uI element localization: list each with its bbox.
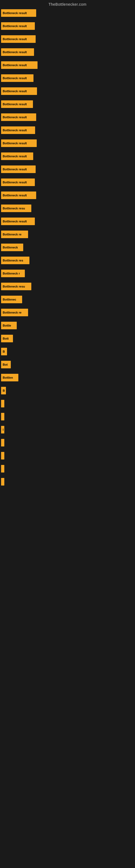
bar-row-16: Bottleneck resu [0,203,135,214]
bottleneck-bar-6[interactable]: Bottleneck result [1,74,34,82]
bottleneck-bar-26[interactable]: Bott [1,335,13,342]
bar-label-7: Bottleneck result [3,90,27,93]
bottleneck-bar-1[interactable]: Bottleneck result [1,9,36,17]
bar-label-21: Bottleneck r [3,272,20,275]
bar-row-15: Bottleneck result [0,190,135,201]
bottleneck-bar-7[interactable]: Bottleneck result [1,87,37,95]
site-title: TheBottlenecker.com [0,0,135,8]
bottleneck-bar-30[interactable]: B [1,387,6,394]
bottleneck-bar-2[interactable]: Bottleneck result [1,22,35,30]
bar-row-24: Bottleneck re [0,307,135,318]
bar-row-28: Bot [0,359,135,370]
bottleneck-bar-16[interactable]: Bottleneck resu [1,205,31,212]
bottleneck-bar-15[interactable]: Bottleneck result [1,191,36,199]
bar-row-31 [0,398,135,409]
bar-row-4: Bottleneck result [0,46,135,58]
bar-label-9: Bottleneck result [3,116,27,119]
bottleneck-bar-10[interactable]: Bottleneck result [1,126,35,134]
bar-label-30: B [3,389,5,392]
bottleneck-bar-25[interactable]: Bottle [1,322,17,329]
bar-row-14: Bottleneck result [0,177,135,188]
bottleneck-bar-22[interactable]: Bottleneck resu [1,283,31,290]
bar-label-18: Bottleneck re [3,233,21,236]
bar-label-1: Bottleneck result [3,11,27,14]
bottleneck-bar-34[interactable] [1,439,4,446]
bar-row-29: Bottlen [0,372,135,383]
bar-row-6: Bottleneck result [0,73,135,84]
bar-label-6: Bottleneck result [3,76,27,80]
bottleneck-bar-4[interactable]: Bottleneck result [1,48,34,56]
bar-label-11: Bottleneck result [3,142,27,145]
bar-row-3: Bottleneck result [0,34,135,44]
bottleneck-bar-20[interactable]: Bottleneck res [1,257,30,264]
bottleneck-bar-23[interactable]: Bottlenec [1,296,22,303]
bar-row-30: B [0,385,135,396]
bottleneck-bar-37[interactable] [1,478,4,486]
bottleneck-bar-24[interactable]: Bottleneck re [1,309,28,316]
bottleneck-bar-27[interactable]: B [1,348,7,355]
bar-row-12: Bottleneck result [0,151,135,162]
bottleneck-bar-9[interactable]: Bottleneck result [1,113,36,121]
bar-row-10: Bottleneck result [0,125,135,135]
bar-label-17: Bottleneck result [3,220,27,223]
bar-row-17: Bottleneck result [0,216,135,227]
bottleneck-bar-11[interactable]: Bottleneck result [1,140,37,147]
bar-label-26: Bott [3,337,9,340]
bar-label-14: Bottleneck result [3,181,27,184]
bar-row-5: Bottleneck result [0,60,135,70]
bar-label-25: Bottle [3,324,11,327]
bar-label-23: Bottlenec [3,298,16,301]
bar-label-10: Bottleneck result [3,129,27,132]
bottleneck-bar-8[interactable]: Bottleneck result [1,100,33,108]
bar-row-19: Bottleneck [0,242,135,253]
bar-row-8: Bottleneck result [0,99,135,110]
bar-label-2: Bottleneck result [3,24,27,28]
bottleneck-bar-12[interactable]: Bottleneck result [1,152,33,160]
bar-row-1: Bottleneck result [0,8,135,19]
bottleneck-bar-14[interactable]: Bottleneck result [1,179,35,186]
bar-row-23: Bottlenec [0,294,135,305]
bar-row-11: Bottleneck result [0,138,135,149]
bar-label-15: Bottleneck result [3,194,27,197]
bar-row-22: Bottleneck resu [0,281,135,292]
bar-label-24: Bottleneck re [3,311,21,314]
bottleneck-bar-28[interactable]: Bot [1,361,11,368]
bar-label-20: Bottleneck res [3,259,23,262]
bottleneck-bar-19[interactable]: Bottleneck [1,244,23,251]
bar-row-27: B [0,346,135,357]
bottleneck-bar-29[interactable]: Bottlen [1,374,18,381]
bar-row-36 [0,463,135,474]
bottleneck-bar-21[interactable]: Bottleneck r [1,270,25,277]
bar-label-27: B [3,350,5,353]
bottleneck-bar-18[interactable]: Bottleneck re [1,230,28,238]
bar-label-19: Bottleneck [3,246,18,249]
bottleneck-bar-33[interactable]: I [1,426,4,433]
bar-row-18: Bottleneck re [0,229,135,240]
bottleneck-bar-5[interactable]: Bottleneck result [1,61,38,69]
bar-row-32 [0,411,135,422]
bottleneck-bar-36[interactable] [1,465,4,472]
bar-label-22: Bottleneck resu [3,285,25,288]
bar-label-12: Bottleneck result [3,155,27,158]
bottleneck-bar-32[interactable] [1,413,4,421]
bar-label-29: Bottlen [3,376,13,379]
bar-row-33: I [0,424,135,435]
bar-label-5: Bottleneck result [3,63,27,67]
bar-label-8: Bottleneck result [3,102,27,106]
bottleneck-bar-17[interactable]: Bottleneck result [1,218,35,225]
bar-row-37 [0,476,135,487]
bar-label-13: Bottleneck result [3,167,27,171]
bar-label-4: Bottleneck result [3,51,27,54]
bars-container: Bottleneck resultBottleneck resultBottle… [0,8,135,487]
bar-label-3: Bottleneck result [3,37,27,41]
bar-row-25: Bottle [0,320,135,331]
bottleneck-bar-3[interactable]: Bottleneck result [1,35,36,43]
bar-row-26: Bott [0,333,135,344]
bottleneck-bar-13[interactable]: Bottleneck result [1,165,36,173]
bar-label-16: Bottleneck resu [3,207,25,210]
bottleneck-bar-35[interactable] [1,452,4,460]
bar-row-35 [0,450,135,461]
bottleneck-bar-31[interactable] [1,400,4,407]
bar-row-20: Bottleneck res [0,255,135,266]
bar-label-28: Bot [3,363,8,366]
